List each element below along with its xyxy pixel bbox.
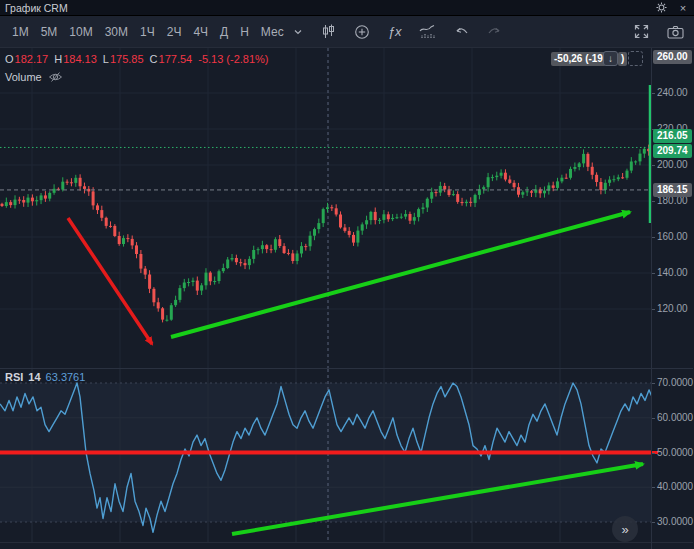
high-value: 184.13 [63,53,97,65]
rsi-header: RSI 14 63.3761 [5,371,85,383]
price-axis-main[interactable]: 240.00220.00200.00180.00160.00140.00120.… [652,48,693,369]
rsi-tick-label: 70.0000 [652,377,693,389]
camera-icon[interactable] [667,25,684,39]
close-value: 177.54 [159,53,193,65]
timeframe-10M[interactable]: 10M [63,23,98,41]
candlestick-style-icon[interactable] [321,24,336,39]
redo-icon[interactable] [487,25,502,38]
timeframe-Д[interactable]: Д [214,23,234,41]
price-badge-216.05: 216.05 [653,129,692,143]
price-tick-label: 200.00 [652,159,693,171]
timeframe-1M[interactable]: 1M [6,23,35,41]
measure-badge-suffix: ) [618,52,627,66]
scroll-to-recent-icon[interactable]: ↓ [603,51,618,66]
timeframe-4Ч[interactable]: 4Ч [187,23,214,41]
close-icon[interactable]: × [677,2,689,14]
chart-panes: O182.17H184.13L175.85C177.54-5.13 (-2.81… [0,48,652,549]
expand-more-button[interactable]: » [612,516,638,542]
change-value: -5.13 (-2.81%) [198,53,268,65]
price-badge-260.00: 260.00 [653,50,692,64]
rsi-value: 63.3761 [46,371,86,383]
rsi-tick-label: 30.0000 [652,516,693,528]
timeframe-2Ч[interactable]: 2Ч [161,23,188,41]
undo-icon[interactable] [454,25,469,38]
indicators-fx-icon[interactable]: ƒx [388,24,402,39]
rsi-period: 14 [28,371,40,383]
volume-row: Volume [5,71,63,83]
price-axis[interactable]: 240.00220.00200.00180.00160.00140.00120.… [652,48,693,549]
volume-label: Volume [5,71,42,83]
measure-badge-text: -50,26 (-19 [551,52,606,66]
price-change-measure: -50,26 (-19 ↓ ) [551,51,643,66]
price-tick-label: 140.00 [652,267,693,279]
rsi-label: RSI [5,371,23,383]
low-label: L [103,53,109,65]
timeframe-1Ч[interactable]: 1Ч [134,23,161,41]
open-label: O [5,53,14,65]
open-value: 182.17 [15,53,49,65]
window-title: График CRM [5,2,68,14]
forecast-chart-icon[interactable] [419,24,436,39]
uptrend-arrow [171,212,630,337]
price-tick-label: 120.00 [652,303,693,315]
timeframe-Мес[interactable]: Мес [255,23,290,41]
toolbar: 1M5M10M30M1Ч2Ч4ЧДНМес ƒx [0,16,694,48]
visibility-off-icon[interactable] [48,71,63,83]
interval-chevron-down-icon[interactable] [293,28,303,36]
ohlc-readout: O182.17H184.13L175.85C177.54-5.13 (-2.81… [5,53,270,65]
price-chart-svg[interactable] [0,48,651,368]
compare-plus-icon[interactable] [354,24,370,40]
titlebar: График CRM × [0,0,694,16]
low-value: 175.85 [110,53,144,65]
price-tick-label: 240.00 [652,87,693,99]
price-axis-rsi[interactable]: 70.000060.000050.000040.000030.0000 [652,369,693,542]
time-axis[interactable] [0,542,651,548]
timeframe-Н[interactable]: Н [234,23,255,41]
rsi-pane[interactable]: RSI 14 63.3761 » [0,369,651,542]
maximize-pane-icon[interactable] [628,51,643,66]
price-tick-label: 160.00 [652,231,693,243]
double-chevron-right-icon: » [621,522,628,537]
chart-window: График CRM × 1M5M10M30M1Ч2Ч4ЧДНМес [0,0,694,549]
rsi-tick-label: 60.0000 [652,412,693,424]
timeframe-group: 1M5M10M30M1Ч2Ч4ЧДНМес [6,23,290,41]
rsi-chart-svg[interactable] [0,369,651,542]
close-label: C [150,53,158,65]
price-badge-186.15: 186.15 [653,183,692,197]
fullscreen-icon[interactable] [634,24,649,39]
settings-icon[interactable] [655,2,667,14]
timeframe-30M[interactable]: 30M [99,23,134,41]
rsi-tick-label: 40.0000 [652,481,693,493]
axis-corner [652,542,693,548]
price-pane[interactable]: O182.17H184.13L175.85C177.54-5.13 (-2.81… [0,48,651,369]
rsi-tick-label: 50.0000 [652,447,693,459]
high-label: H [54,53,62,65]
timeframe-5M[interactable]: 5M [35,23,64,41]
price-badge-209.74: 209.74 [653,144,692,158]
